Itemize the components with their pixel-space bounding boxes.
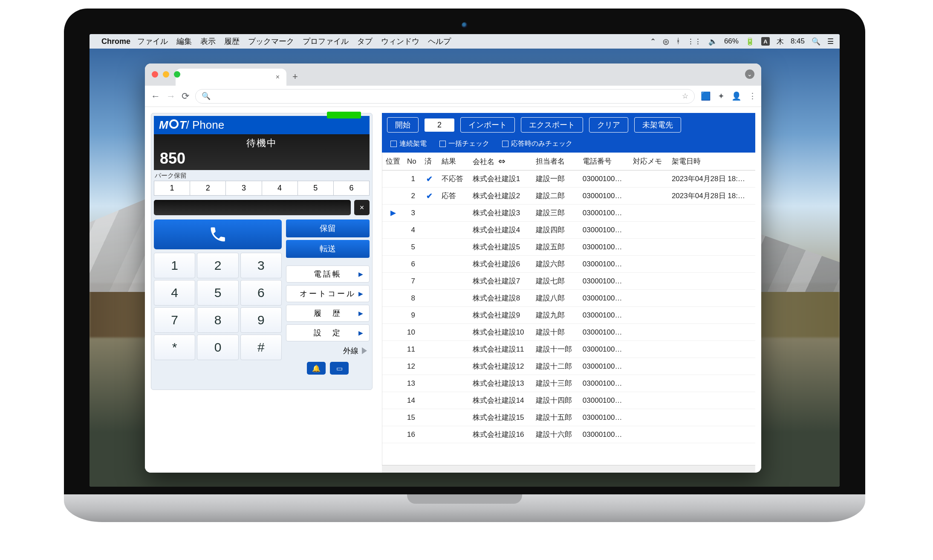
battery-icon[interactable]: 🔋 [745, 37, 754, 46]
col-company[interactable]: 会社名 ⇔ [469, 153, 533, 170]
call-button[interactable] [154, 219, 282, 249]
phonebook-button[interactable]: 電話帳▶ [286, 266, 370, 283]
park-slot[interactable]: 4 [262, 181, 298, 195]
window-zoom-icon[interactable] [174, 71, 180, 78]
spotlight-icon[interactable]: 🔍 [812, 37, 820, 46]
chrome-menu-icon[interactable]: ⋮ [748, 91, 755, 101]
col-no[interactable]: No [404, 153, 421, 170]
table-row[interactable]: 7株式会社建設7建設七郎03000100… [382, 273, 755, 290]
keypad-key[interactable]: 1 [154, 253, 195, 278]
table-row[interactable]: 8株式会社建設8建設八郎03000100… [382, 290, 755, 307]
forward-button[interactable]: → [166, 91, 176, 102]
keypad-key[interactable]: 8 [197, 307, 238, 333]
browser-tab[interactable]: × [176, 69, 286, 86]
call-table-wrap[interactable]: 位置 No 済 結果 会社名 ⇔ 担当者名 電話番号 対応メモ 架電日時 [382, 153, 755, 465]
autocall-button[interactable]: オートコール▶ [286, 285, 370, 302]
bell-button[interactable]: 🔔 [307, 362, 326, 375]
table-row[interactable]: 11株式会社建設11建設十一郎03000100… [382, 341, 755, 358]
translate-icon[interactable]: 🟦 [701, 91, 711, 101]
count-input[interactable]: 2 [425, 118, 454, 132]
clear-button[interactable]: クリア [589, 117, 628, 133]
table-row[interactable]: 13株式会社建設13建設十三郎03000100… [382, 375, 755, 392]
bluetooth-icon[interactable]: ᚼ [676, 37, 680, 46]
import-button[interactable]: インポート [460, 117, 515, 133]
keypad-key[interactable]: 5 [197, 280, 238, 306]
col-result[interactable]: 結果 [438, 153, 469, 170]
omnibox[interactable]: 🔍 ☆ [195, 89, 695, 104]
menubar-menu-item[interactable]: ウィンドウ [381, 37, 419, 46]
keypad-key[interactable]: 9 [240, 307, 282, 333]
profile-icon[interactable]: 👤 [731, 91, 742, 101]
reload-button[interactable]: ⟳ [182, 91, 189, 102]
table-row[interactable]: 5株式会社建設5建設五郎03000100… [382, 239, 755, 256]
col-done[interactable]: 済 [421, 153, 438, 170]
table-row[interactable]: 1✔不応答株式会社建設1建設一郎03000100…2023年04月28日 18:… [382, 170, 755, 188]
history-button[interactable]: 履 歴▶ [286, 305, 370, 322]
settings-button[interactable]: 設 定▶ [286, 324, 370, 341]
keypad-key[interactable]: 0 [197, 335, 238, 360]
tabstrip-collapse-icon[interactable]: ⌄ [745, 69, 754, 79]
menubar-menu-item[interactable]: 履歴 [224, 37, 240, 46]
horizontal-scrollbar[interactable] [382, 465, 755, 473]
battery-percent[interactable]: 66% [724, 37, 739, 46]
table-row[interactable]: 4株式会社建設4建設四郎03000100… [382, 222, 755, 239]
park-slot[interactable]: 1 [154, 181, 190, 195]
menubar-menu-item[interactable]: ブックマーク [248, 37, 294, 46]
park-slot[interactable]: 2 [190, 181, 225, 195]
answered-only-checkbox[interactable]: 応答時のみチェック [502, 139, 572, 148]
extensions-icon[interactable]: ✦ [718, 91, 725, 101]
table-row[interactable]: 15株式会社建設15建設十五郎03000100… [382, 409, 755, 426]
table-row[interactable]: ▶3株式会社建設3建設三郎03000100… [382, 205, 755, 222]
tab-close-icon[interactable]: × [276, 73, 280, 81]
col-datetime[interactable]: 架電日時 [668, 153, 755, 170]
keypad-key[interactable]: # [240, 335, 282, 360]
volume-icon[interactable]: 🔈 [708, 37, 717, 46]
new-tab-button[interactable]: + [292, 71, 298, 86]
dial-input[interactable] [154, 200, 351, 215]
bulk-check-checkbox[interactable]: 一括チェック [439, 139, 489, 148]
table-row[interactable]: 12株式会社建設12建設十二郎03000100… [382, 358, 755, 375]
external-line[interactable]: 外線 [286, 344, 370, 358]
park-slot[interactable]: 3 [225, 181, 261, 195]
missed-button[interactable]: 未架電先 [634, 117, 681, 133]
backspace-button[interactable]: × [354, 200, 370, 215]
col-tel[interactable]: 電話番号 [579, 153, 630, 170]
menubar-menu-item[interactable]: 編集 [176, 37, 192, 46]
park-slot[interactable]: 5 [298, 181, 333, 195]
menubar-menu-item[interactable]: ファイル [137, 37, 168, 46]
keypad-key[interactable]: 6 [240, 280, 282, 306]
transfer-button[interactable]: 転送 [286, 240, 370, 258]
menubar-time[interactable]: 8:45 [791, 37, 805, 46]
window-close-icon[interactable] [152, 71, 158, 78]
table-row[interactable]: 14株式会社建設14建設十四郎03000100… [382, 392, 755, 409]
table-row[interactable]: 2✔応答株式会社建設2建設二郎03000100…2023年04月28日 18:… [382, 188, 755, 205]
wifi-icon[interactable]: ⋮⋮ [687, 37, 702, 46]
swap-icon[interactable]: ⇔ [498, 156, 504, 166]
park-slot[interactable]: 6 [333, 181, 369, 195]
menubar-menu-item[interactable]: プロファイル [303, 37, 349, 46]
control-list-icon[interactable]: ☰ [827, 37, 834, 46]
table-row[interactable]: 10株式会社建設10建設十郎03000100… [382, 324, 755, 341]
keypad-key[interactable]: 7 [154, 307, 195, 333]
ime-indicator[interactable]: A [761, 37, 770, 46]
keypad-key[interactable]: 3 [240, 253, 282, 278]
menubar-menu-item[interactable]: タブ [357, 37, 373, 46]
control-center-icon[interactable]: ⌃ [650, 37, 656, 46]
col-memo[interactable]: 対応メモ [630, 153, 668, 170]
export-button[interactable]: エクスポート [521, 117, 583, 133]
menubar-app-name[interactable]: Chrome [101, 37, 130, 46]
back-button[interactable]: ← [151, 91, 160, 102]
col-pos[interactable]: 位置 [382, 153, 404, 170]
continuous-call-checkbox[interactable]: 連続架電 [390, 139, 427, 148]
book-button[interactable]: ▭ [330, 362, 349, 375]
menubar-menu-item[interactable]: 表示 [200, 37, 216, 46]
keypad-key[interactable]: * [154, 335, 195, 360]
menubar-day[interactable]: 木 [777, 37, 784, 46]
start-button[interactable]: 開始 [387, 117, 419, 133]
hold-button[interactable]: 保留 [286, 219, 370, 237]
keypad-key[interactable]: 2 [197, 253, 238, 278]
table-row[interactable]: 6株式会社建設6建設六郎03000100… [382, 256, 755, 273]
table-row[interactable]: 16株式会社建設16建設十六郎03000100… [382, 426, 755, 443]
window-minimize-icon[interactable] [163, 71, 169, 78]
airdrop-icon[interactable]: ◎ [663, 37, 669, 46]
